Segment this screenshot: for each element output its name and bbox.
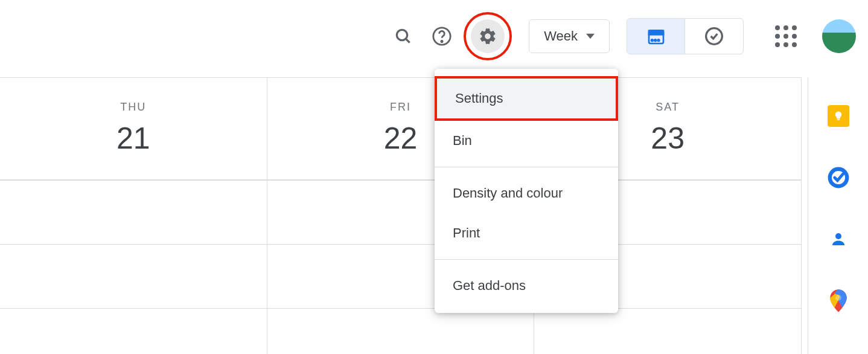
gear-icon bbox=[478, 27, 497, 46]
view-selector-label: Week bbox=[544, 28, 578, 44]
day-name: THU bbox=[120, 101, 146, 114]
menu-item-print[interactable]: Print bbox=[435, 213, 618, 253]
menu-item-label: Bin bbox=[453, 133, 472, 148]
day-number: 22 bbox=[384, 121, 418, 156]
menu-item-addons[interactable]: Get add-ons bbox=[435, 266, 618, 306]
person-icon bbox=[829, 230, 847, 248]
time-row bbox=[0, 181, 802, 245]
help-icon[interactable] bbox=[425, 19, 459, 53]
menu-item-label: Get add-ons bbox=[453, 278, 526, 293]
calendar-view-button[interactable] bbox=[627, 19, 685, 54]
day-name: FRI bbox=[390, 101, 411, 114]
search-icon[interactable] bbox=[386, 19, 420, 53]
view-selector[interactable]: Week bbox=[529, 19, 610, 53]
svg-point-12 bbox=[835, 295, 841, 301]
time-row bbox=[0, 309, 802, 354]
tasks-icon bbox=[827, 166, 850, 189]
svg-point-3 bbox=[441, 40, 442, 42]
view-mode-toggle bbox=[627, 18, 744, 54]
calendar-cell[interactable] bbox=[267, 309, 535, 354]
calendar-grid: THU 21 FRI 22 SAT 23 bbox=[0, 77, 802, 354]
svg-point-8 bbox=[657, 39, 659, 41]
menu-item-label: Density and colour bbox=[453, 185, 563, 201]
settings-dropdown: Settings Bin Density and colour Print Ge… bbox=[435, 69, 618, 313]
menu-item-settings[interactable]: Settings bbox=[435, 76, 618, 121]
settings-button[interactable] bbox=[471, 19, 505, 53]
svg-point-7 bbox=[654, 39, 656, 41]
apps-grid-icon bbox=[775, 25, 797, 47]
tasks-app-button[interactable] bbox=[826, 166, 850, 190]
day-number: 23 bbox=[651, 121, 685, 156]
menu-divider bbox=[435, 259, 618, 260]
account-avatar[interactable] bbox=[822, 19, 856, 53]
check-circle-icon bbox=[704, 27, 724, 46]
settings-button-highlight bbox=[464, 12, 512, 60]
maps-app-button[interactable] bbox=[826, 289, 850, 313]
maps-pin-icon bbox=[829, 289, 847, 312]
time-row bbox=[0, 245, 802, 309]
app-header: Week bbox=[0, 0, 868, 72]
tasks-view-button[interactable] bbox=[685, 19, 743, 54]
menu-item-label: Settings bbox=[455, 91, 503, 106]
google-apps-button[interactable] bbox=[769, 19, 803, 53]
svg-point-6 bbox=[651, 39, 653, 41]
calendar-cell[interactable] bbox=[534, 309, 802, 354]
calendar-cell[interactable] bbox=[0, 181, 267, 244]
calendar-icon bbox=[646, 27, 666, 46]
chevron-down-icon bbox=[586, 32, 595, 40]
day-number: 21 bbox=[116, 121, 150, 156]
contacts-app-button[interactable] bbox=[826, 227, 850, 251]
calendar-cell[interactable] bbox=[0, 309, 267, 354]
menu-item-bin[interactable]: Bin bbox=[435, 121, 618, 161]
menu-divider bbox=[435, 167, 618, 167]
svg-rect-5 bbox=[649, 31, 663, 35]
day-column-thu[interactable]: THU 21 bbox=[0, 78, 267, 179]
day-header-row: THU 21 FRI 22 SAT 23 bbox=[0, 78, 802, 181]
menu-item-label: Print bbox=[453, 225, 480, 240]
keep-app-button[interactable] bbox=[826, 104, 850, 128]
calendar-cell[interactable] bbox=[0, 245, 267, 308]
keep-icon bbox=[828, 105, 849, 127]
svg-point-11 bbox=[835, 233, 841, 239]
menu-item-density[interactable]: Density and colour bbox=[435, 173, 618, 213]
day-name: SAT bbox=[656, 101, 680, 114]
svg-line-1 bbox=[406, 39, 410, 43]
svg-point-0 bbox=[397, 30, 407, 40]
side-panel bbox=[808, 77, 868, 354]
